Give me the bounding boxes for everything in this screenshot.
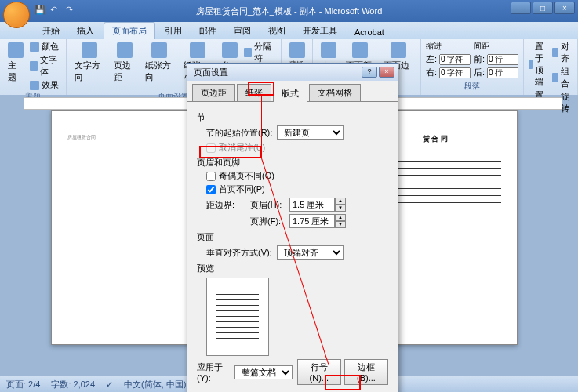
fonts-button[interactable]: 文字体 <box>30 54 61 78</box>
group-themes: 主题 颜色 文字体 效果 主题 <box>0 39 67 95</box>
line-numbers-button[interactable]: 行号(N)... <box>297 359 342 385</box>
tab-developer[interactable]: 开发工具 <box>295 23 345 39</box>
colors-button[interactable]: 颜色 <box>30 41 61 53</box>
spin-down-icon[interactable]: ▼ <box>335 205 346 212</box>
redo-icon[interactable]: ↷ <box>66 5 77 16</box>
borders-button[interactable]: 边框(B)... <box>344 359 388 385</box>
maximize-button[interactable]: □ <box>533 2 553 14</box>
tab-acrobat[interactable]: Acrobat <box>347 25 392 39</box>
spacing-label: 间距 <box>474 41 518 52</box>
dialog-help-button[interactable]: ? <box>362 67 377 78</box>
dialog-tab-grid[interactable]: 文档网格 <box>309 84 361 101</box>
page-number-status[interactable]: 页面: 2/4 <box>6 379 40 390</box>
tab-references[interactable]: 引用 <box>157 23 190 39</box>
window-title: 房屋租赁合同_范本_模板 - 副本 - Microsoft Word <box>196 5 383 17</box>
apply-to-label: 应用于(Y): <box>197 361 231 383</box>
header-distance-label: 页眉(H): <box>250 199 285 211</box>
indent-right-input[interactable] <box>439 67 471 78</box>
preview-label: 预览 <box>197 263 388 274</box>
suppress-endnotes-label: 取消尾注(U) <box>219 142 265 154</box>
header-distance-input[interactable] <box>289 198 335 212</box>
spin-up-icon[interactable]: ▲ <box>335 214 346 221</box>
word-count-status[interactable]: 字数: 2,024 <box>51 379 95 390</box>
spin-down-icon[interactable]: ▼ <box>335 221 346 228</box>
dialog-tabs: 页边距 纸张 版式 文档网格 <box>187 81 398 102</box>
tab-review[interactable]: 审阅 <box>226 23 259 39</box>
header-text: 房屋租赁合同 <box>67 134 199 140</box>
page-setup-dialog: 页面设置 ? × 页边距 纸张 版式 文档网格 节 节的起始位置(R): 新建页… <box>187 63 398 392</box>
header-footer-group-label: 页眉和页脚 <box>197 157 388 169</box>
group-label: 段落 <box>426 81 518 93</box>
window-titlebar: 💾 ↶ ↷ 房屋租赁合同_范本_模板 - 副本 - Microsoft Word… <box>0 0 578 22</box>
indent-label: 缩进 <box>426 41 471 52</box>
bring-front-button[interactable]: 置于顶端 <box>529 41 549 88</box>
group-paragraph: 缩进 左: 右: 间距 前: 后: 段落 <box>421 39 524 95</box>
distance-label: 距边界: <box>206 199 245 211</box>
first-page-different-checkbox[interactable] <box>206 185 216 194</box>
section-group-label: 节 <box>197 111 388 123</box>
breaks-button[interactable]: 分隔符 <box>244 41 276 64</box>
dialog-tab-layout[interactable]: 版式 <box>273 85 307 102</box>
close-button[interactable]: × <box>554 2 575 14</box>
section-start-label: 节的起始位置(R): <box>206 127 272 139</box>
dialog-titlebar[interactable]: 页面设置 ? × <box>187 64 398 81</box>
spin-up-icon[interactable]: ▲ <box>335 198 346 205</box>
tab-view[interactable]: 视图 <box>260 23 293 39</box>
group-arrange: 置于顶端 置于底端 文字环绕 对齐 组合 旋转 排列 <box>524 39 578 95</box>
section-start-select[interactable]: 新建页 <box>277 125 344 140</box>
themes-button[interactable]: 主题 <box>5 41 27 85</box>
footer-distance-label: 页脚(F): <box>250 216 285 227</box>
indent-left-input[interactable] <box>439 54 471 65</box>
dialog-tab-margins[interactable]: 页边距 <box>192 84 235 101</box>
preview-box <box>206 278 269 356</box>
suppress-endnotes-checkbox <box>206 143 216 153</box>
effects-button[interactable]: 效果 <box>30 79 61 91</box>
tab-page-layout[interactable]: 页面布局 <box>104 22 155 39</box>
odd-even-different-checkbox[interactable] <box>206 172 216 181</box>
align-button[interactable]: 对齐 <box>552 41 573 64</box>
group-button[interactable]: 组合 <box>552 66 573 89</box>
text-direction-button[interactable]: 文字方向 <box>71 41 107 85</box>
margins-button[interactable]: 页边距 <box>111 41 139 85</box>
odd-even-different-label: 奇偶页不同(O) <box>219 170 274 182</box>
first-page-different-label: 首页不同(P) <box>219 183 265 195</box>
undo-icon[interactable]: ↶ <box>50 5 61 16</box>
dialog-title-text: 页面设置 <box>194 67 228 78</box>
ribbon-tabs: 开始 插入 页面布局 引用 邮件 审阅 视图 开发工具 Acrobat <box>0 22 578 39</box>
orientation-button[interactable]: 纸张方向 <box>142 41 177 85</box>
dialog-tab-paper[interactable]: 纸张 <box>237 84 271 101</box>
spacing-before-input[interactable] <box>487 54 518 65</box>
valign-select[interactable]: 顶端对齐 <box>277 245 344 260</box>
valign-label: 垂直对齐方式(V): <box>206 247 272 259</box>
tab-home[interactable]: 开始 <box>35 23 67 39</box>
spacing-after-input[interactable] <box>487 67 518 78</box>
save-icon[interactable]: 💾 <box>35 5 45 16</box>
quick-access-toolbar: 💾 ↶ ↷ <box>35 5 77 16</box>
tab-insert[interactable]: 插入 <box>69 23 102 39</box>
dialog-close-button[interactable]: × <box>379 67 394 78</box>
tab-mailings[interactable]: 邮件 <box>191 23 224 39</box>
office-button[interactable] <box>3 2 30 28</box>
minimize-button[interactable]: — <box>511 2 531 14</box>
page-group-label: 页面 <box>197 231 388 243</box>
apply-to-select[interactable]: 整篇文档 <box>234 365 293 379</box>
footer-distance-input[interactable] <box>289 214 335 228</box>
language-status[interactable]: 中文(简体, 中国) <box>124 379 186 390</box>
proofing-icon[interactable]: ✓ <box>106 379 113 390</box>
